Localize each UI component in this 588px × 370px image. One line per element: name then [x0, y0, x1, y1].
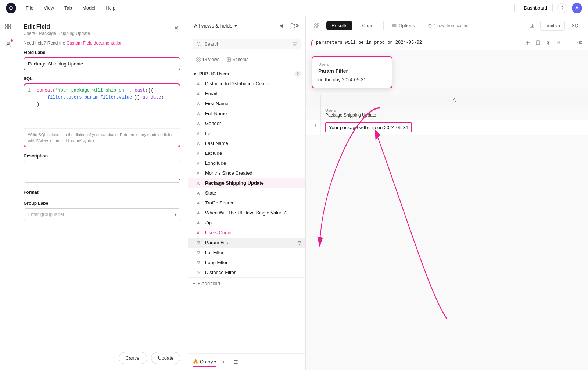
menu-model[interactable]: Model: [80, 4, 97, 12]
list-item-active[interactable]: A Package Shipping Update: [188, 178, 305, 188]
options-button[interactable]: Options: [388, 21, 419, 30]
field-type-text-icon: A: [197, 121, 202, 126]
panel-close-button[interactable]: ✕: [172, 24, 180, 32]
search-inner[interactable]: [193, 39, 301, 49]
fields-header: All views & fields ▾ ◀ ⚙: [188, 16, 305, 35]
settings-icon[interactable]: ⚙: [289, 21, 300, 31]
sort-icon[interactable]: ↑: [378, 113, 380, 117]
list-item[interactable]: A Distance to Distribution Center: [188, 79, 305, 89]
list-item[interactable]: A Last Name: [188, 138, 305, 148]
new-tab-button[interactable]: +: [219, 357, 228, 366]
field-name: Distance to Distribution Center: [205, 81, 301, 86]
list-item[interactable]: A First Name: [188, 99, 305, 108]
list-item[interactable]: A When Will The UI Have Single Values?: [188, 208, 305, 218]
update-button[interactable]: Update: [151, 352, 180, 364]
schema-tabs: 13 views Schema: [188, 53, 305, 66]
group-label-heading: Group Label: [24, 201, 180, 206]
list-item[interactable]: ▽ Distance Filter: [188, 267, 305, 277]
data-cell: Your package will ship on 2024-05-31: [321, 120, 588, 135]
list-item[interactable]: ▽ Lat Filter: [188, 248, 305, 257]
field-type-num-icon: #: [197, 171, 202, 175]
section-title: ▼ PUBLIC Users: [193, 71, 229, 77]
list-item[interactable]: # Latitude: [188, 148, 305, 158]
sql-content[interactable]: 1 concat('Your package will ship on ', c…: [24, 84, 180, 128]
menu-icon[interactable]: ☰: [231, 357, 241, 367]
svg-rect-1: [8, 24, 11, 26]
filter-settings-icon[interactable]: [292, 42, 297, 47]
formula-percent-icon[interactable]: %: [554, 38, 563, 47]
description-input[interactable]: [24, 161, 180, 183]
sql-note: Write SQL snippets in the dialect of you…: [24, 128, 180, 147]
filter-type-icon: ▽: [197, 260, 202, 265]
nav-icon-person[interactable]: [2, 38, 14, 50]
filter-action-icon[interactable]: ▽: [298, 240, 301, 245]
download-button[interactable]: [527, 21, 537, 31]
all-views-button[interactable]: All views & fields ▾: [194, 23, 237, 29]
list-item[interactable]: A Gender: [188, 118, 305, 128]
add-field-button[interactable]: + + Add field: [188, 277, 305, 289]
sql-line-2: filters.users.param_filter.value }} as d…: [28, 94, 176, 101]
field-type-text-icon: A: [197, 221, 202, 225]
limits-button[interactable]: Limits ▾: [540, 21, 565, 31]
views-tab[interactable]: 13 views: [193, 56, 223, 64]
menu-tab[interactable]: Tab: [62, 4, 74, 12]
help-button[interactable]: ?: [557, 3, 567, 13]
svg-rect-0: [6, 24, 8, 26]
refresh-icon: [428, 24, 432, 28]
col-subheader-row: Users Package Shipping Update ↑: [306, 106, 588, 120]
list-item[interactable]: ▽ Long Filter: [188, 257, 305, 267]
formula-dollar-icon[interactable]: $: [544, 38, 553, 47]
menu-help[interactable]: Help: [103, 4, 118, 12]
field-name-active: Package Shipping Update: [205, 180, 301, 186]
field-name: Long Filter: [205, 260, 301, 265]
field-name: Full Name: [205, 111, 301, 116]
sq-button[interactable]: SQ: [568, 21, 582, 30]
sql-section: SQL 1 concat('Your package will ship on …: [24, 76, 180, 147]
grid-view-button[interactable]: [312, 21, 322, 31]
field-label-heading: Field Label: [24, 50, 180, 55]
cancel-button[interactable]: Cancel: [119, 352, 147, 364]
svg-rect-9: [199, 60, 200, 61]
menubar-right: + Dashboard ? A: [514, 3, 582, 13]
formula-wrap-icon[interactable]: [534, 38, 542, 47]
col-subheader: Users Package Shipping Update ↑: [321, 106, 588, 120]
group-label-select[interactable]: Enter group label ▾: [24, 208, 180, 220]
field-name: First Name: [205, 101, 301, 106]
menu-view[interactable]: View: [42, 4, 56, 12]
chart-tab-button[interactable]: Chart: [357, 21, 379, 30]
formula-comma-icon[interactable]: ,: [564, 38, 573, 47]
section-name: PUBLIC Users: [199, 71, 229, 77]
results-tab-button[interactable]: Results: [326, 21, 352, 30]
list-item-users-count[interactable]: # Users Count: [188, 228, 305, 238]
menu-file[interactable]: File: [24, 4, 36, 12]
field-label-input[interactable]: Package Shipping Update: [24, 57, 180, 70]
list-item[interactable]: A Full Name: [188, 108, 305, 118]
formula-split-icon[interactable]: [523, 38, 532, 47]
list-item-param-filter[interactable]: ▽ Param Filter ▽: [188, 238, 305, 248]
schema-tab[interactable]: Schema: [223, 56, 252, 64]
list-item[interactable]: A Zip: [188, 218, 305, 228]
query-tab[interactable]: 🔥 Query ▾: [193, 357, 216, 367]
field-name: Months Since Created: [205, 170, 301, 176]
user-avatar[interactable]: A: [572, 3, 582, 13]
cache-info: 1 row, from cache: [428, 23, 469, 28]
list-item[interactable]: # Longitude: [188, 158, 305, 168]
dashboard-button[interactable]: + Dashboard: [514, 3, 553, 13]
list-item[interactable]: A Traffic Source: [188, 198, 305, 208]
chevron-down-icon: ▾: [558, 23, 561, 28]
section-header[interactable]: ▼ PUBLIC Users 2: [188, 69, 305, 79]
help-link[interactable]: Custom Field documentation: [67, 40, 123, 46]
sql-editor[interactable]: 1 concat('Your package will ship on ', c…: [24, 83, 180, 147]
list-item[interactable]: # ID: [188, 128, 305, 138]
nav-icon-1[interactable]: [2, 21, 14, 32]
collapse-panel-button[interactable]: ◀: [276, 21, 286, 31]
list-item[interactable]: A State: [188, 188, 305, 198]
formula-decimal-icon[interactable]: .00: [575, 38, 584, 47]
field-type-text-icon: A: [197, 141, 202, 146]
search-input[interactable]: [204, 41, 289, 47]
list-item[interactable]: # Months Since Created: [188, 168, 305, 178]
fields-actions: ◀ ⚙: [276, 21, 300, 31]
svg-rect-2: [6, 27, 8, 29]
field-name: Traffic Source: [205, 200, 301, 206]
list-item[interactable]: A Email: [188, 89, 305, 99]
